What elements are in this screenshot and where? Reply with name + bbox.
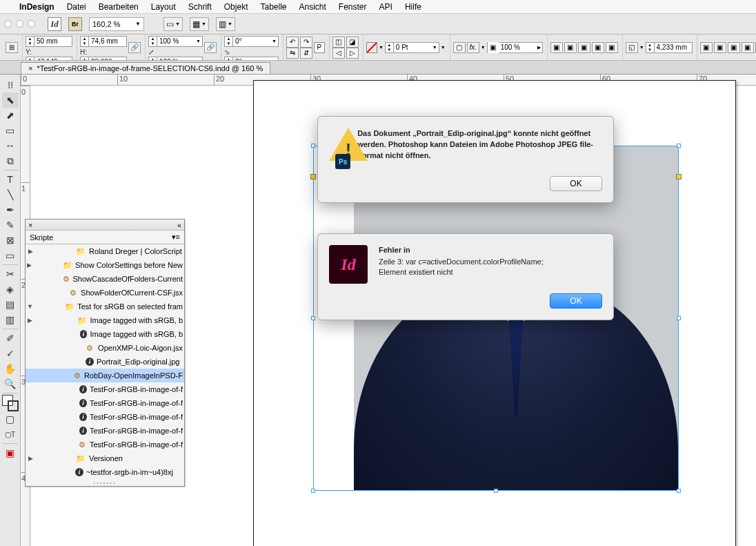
disclosure-triangle-icon[interactable]: ▼ <box>27 303 33 310</box>
arrange-documents-button[interactable]: ▥▼ <box>216 17 235 31</box>
gradient-feather-tool[interactable]: ▥ <box>2 312 19 327</box>
select-next-button[interactable]: ▷ <box>346 48 359 59</box>
app-name[interactable]: InDesign <box>19 2 54 12</box>
line-tool[interactable]: ╲ <box>2 187 19 202</box>
width-field[interactable]: ▲▼ <box>80 36 127 47</box>
eyedropper-tool[interactable]: ✓ <box>2 346 19 361</box>
disclosure-triangle-icon[interactable]: ▶ <box>27 317 33 324</box>
page-tool[interactable]: ▭ <box>2 123 19 138</box>
script-row[interactable]: iTestFor-sRGB-in-image-of-f <box>26 424 184 438</box>
menu-objekt[interactable]: Objekt <box>224 2 248 12</box>
gap-tool[interactable]: ↔ <box>2 138 19 153</box>
script-row[interactable]: iImage tagged with sRGB, b <box>26 327 184 341</box>
rotate-cw-button[interactable]: ↷ <box>300 37 312 48</box>
script-row[interactable]: iTestFor-sRGB-in-image-of-f <box>26 410 184 424</box>
zoom-input[interactable] <box>90 18 132 30</box>
menu-schrift[interactable]: Schrift <box>188 2 212 12</box>
script-row[interactable]: ⚙TestFor-sRGB-in-image-of-f <box>26 438 184 451</box>
type-tool[interactable]: T <box>2 172 19 187</box>
gradient-swatch-tool[interactable]: ▤ <box>2 297 19 312</box>
script-row[interactable]: ⚙RobDay-OpenImageInPSD-F <box>26 369 184 382</box>
script-row[interactable]: iTestFor-sRGB-in-image-of-f <box>26 382 184 396</box>
hand-tool[interactable]: ✋ <box>2 361 19 376</box>
screen-mode-normal[interactable]: ▣ <box>2 445 19 460</box>
script-row[interactable]: ▶📁Roland Dreger | ColorScript <box>26 244 184 258</box>
script-row[interactable]: ⚙OpenXMP-Loic-Aigon.jsx <box>26 341 184 355</box>
pen-tool[interactable]: ✒ <box>2 202 19 217</box>
window-traffic-lights[interactable] <box>4 20 35 28</box>
reference-point-proxy[interactable]: ⊞ <box>6 42 18 53</box>
script-tree[interactable]: ▶📁Roland Dreger | ColorScript▶📁Show Colo… <box>26 244 184 479</box>
script-row[interactable]: ▶📁Image tagged with sRGB, b <box>26 313 184 327</box>
script-row[interactable]: ▶📁Show ColorSettings before New <box>26 258 184 272</box>
scissors-tool[interactable]: ✂ <box>2 266 19 282</box>
script-row[interactable]: ⚙ShowFolderOfCurrent-CSF.jsx <box>26 286 184 300</box>
stroke-weight-field[interactable]: ▲▼▼ <box>385 42 439 53</box>
menu-layout[interactable]: Layout <box>151 2 176 12</box>
text-wrap-jump-button[interactable]: ▣ <box>592 42 604 53</box>
select-container-button[interactable]: ◫ <box>332 37 345 48</box>
corner-radius-field[interactable]: ▲▼ <box>646 42 693 53</box>
script-row[interactable]: i~testfor-srgb-in-im~u4)8xj <box>26 465 184 479</box>
direct-selection-tool[interactable]: ⬈ <box>2 108 19 123</box>
zoom-tool[interactable]: 🔍 <box>2 376 19 391</box>
rotation-field[interactable]: ▲▼▼ <box>224 36 279 47</box>
constrain-wh-icon[interactable]: 🔗 <box>128 42 141 53</box>
fit-prop-button[interactable]: ▣ <box>742 42 754 53</box>
menu-api[interactable]: API <box>379 2 392 12</box>
script-row[interactable]: ⚙ShowCascadeOfFolders-Current <box>26 272 184 286</box>
fit-frame-button[interactable]: ▣ <box>714 42 726 53</box>
script-row[interactable]: iPortrait_Edip-original.jpg <box>26 355 184 369</box>
zoom-level-select[interactable]: ▼ <box>89 17 144 31</box>
text-wrap-bbox-button[interactable]: ▣ <box>564 42 577 53</box>
disclosure-triangle-icon[interactable]: ▶ <box>27 248 34 255</box>
disclosure-triangle-icon[interactable]: ▶ <box>27 262 32 269</box>
select-content-button[interactable]: ◪ <box>346 37 359 48</box>
flip-h-button[interactable]: ⇋ <box>286 48 299 59</box>
screen-mode-button[interactable]: ▦▼ <box>190 17 209 31</box>
text-wrap-jump-next-button[interactable]: ▣ <box>606 42 618 53</box>
menu-hilfe[interactable]: Hilfe <box>405 2 421 12</box>
menu-fenster[interactable]: Fenster <box>339 2 367 12</box>
flip-v-button[interactable]: ⇵ <box>300 48 312 59</box>
script-row[interactable]: ▶📁Versionen <box>26 451 184 465</box>
bridge-button[interactable]: Br <box>68 17 82 31</box>
note-tool[interactable]: ✐ <box>2 331 19 346</box>
document-tab[interactable]: × *TestFor-sRGB-in-image-of-frame-SELECT… <box>21 62 270 74</box>
fit-content-button[interactable]: ▣ <box>700 42 713 53</box>
panel-resize-grip[interactable]: ••••••• <box>26 479 184 486</box>
panel-collapse-icon[interactable]: « <box>177 221 181 229</box>
menu-bearbeiten[interactable]: Bearbeiten <box>99 2 139 12</box>
format-text-button[interactable]: ▢T <box>2 427 19 442</box>
text-wrap-shape-button[interactable]: ▣ <box>578 42 590 53</box>
rotate-ccw-button[interactable]: ↶ <box>286 37 299 48</box>
panel-close-icon[interactable]: × <box>28 221 32 229</box>
free-transform-tool[interactable]: ◈ <box>2 282 19 297</box>
content-collector-tool[interactable]: ⧉ <box>2 153 19 168</box>
pencil-tool[interactable]: ✎ <box>2 217 19 233</box>
constrain-scale-icon[interactable]: 🔗 <box>204 42 217 53</box>
scale-x-field[interactable]: ▲▼▼ <box>148 36 203 47</box>
text-wrap-none-button[interactable]: ▣ <box>550 42 563 53</box>
disclosure-triangle-icon[interactable]: ▶ <box>27 455 34 462</box>
dialog2-ok-button[interactable]: OK <box>550 293 602 309</box>
x-field[interactable]: ▲▼ <box>26 36 72 47</box>
menu-ansicht[interactable]: Ansicht <box>299 2 326 12</box>
toolbox-grip-icon[interactable]: ⁞⁞ <box>2 77 19 92</box>
dialog1-ok-button[interactable]: OK <box>550 176 602 191</box>
rectangle-frame-tool[interactable]: ⊠ <box>2 233 19 248</box>
menu-tabelle[interactable]: Tabelle <box>260 2 286 12</box>
select-prev-button[interactable]: ◁ <box>332 48 345 59</box>
fx-button[interactable]: fx. <box>467 42 479 53</box>
view-options-button[interactable]: ▭▼ <box>163 17 183 31</box>
fill-swatch[interactable] <box>366 42 377 53</box>
script-row[interactable]: iTestFor-sRGB-in-image-of-f <box>26 396 184 410</box>
rectangle-tool[interactable]: ▭ <box>2 248 19 263</box>
chevron-down-icon[interactable]: ▼ <box>132 21 143 27</box>
scripts-panel[interactable]: ×« Skripte▾≡ ▶📁Roland Dreger | ColorScri… <box>25 219 185 487</box>
corner-options-button[interactable]: ◱ <box>626 42 638 53</box>
panel-menu-icon[interactable]: ▾≡ <box>172 233 180 242</box>
center-content-button[interactable]: ▣ <box>728 42 740 53</box>
opacity-field[interactable]: ▣▶ <box>487 42 543 53</box>
fx-drop-shadow-button[interactable]: ▢ <box>453 42 466 53</box>
